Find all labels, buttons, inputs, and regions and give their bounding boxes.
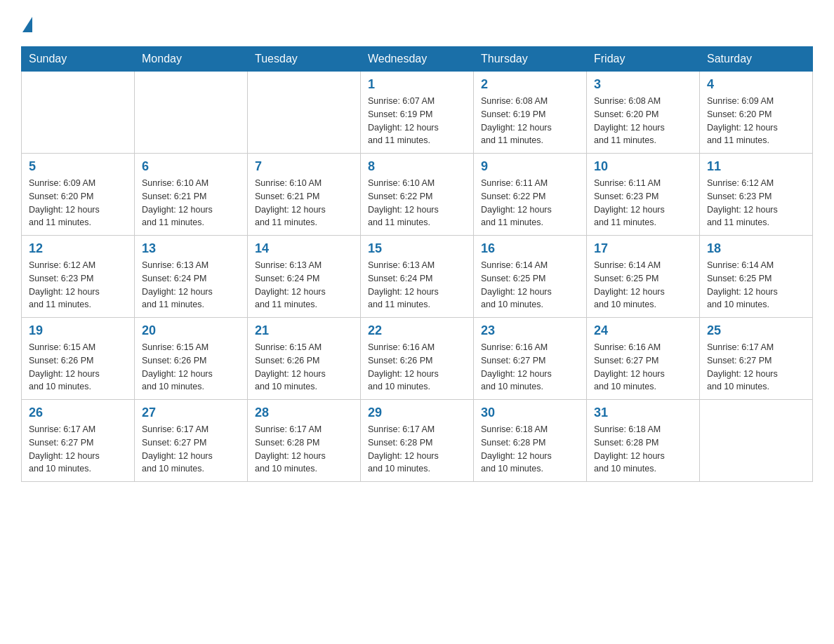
day-number: 15 bbox=[368, 241, 466, 256]
calendar-header: SundayMondayTuesdayWednesdayThursdayFrid… bbox=[22, 47, 813, 72]
day-info: Sunrise: 6:10 AMSunset: 6:22 PMDaylight:… bbox=[368, 177, 466, 229]
day-info: Sunrise: 6:13 AMSunset: 6:24 PMDaylight:… bbox=[368, 259, 466, 311]
week-row-4: 19Sunrise: 6:15 AMSunset: 6:26 PMDayligh… bbox=[22, 318, 813, 400]
day-number: 6 bbox=[142, 159, 240, 174]
day-number: 29 bbox=[368, 405, 466, 420]
day-info: Sunrise: 6:14 AMSunset: 6:25 PMDaylight:… bbox=[481, 259, 579, 311]
day-info: Sunrise: 6:16 AMSunset: 6:26 PMDaylight:… bbox=[368, 341, 466, 394]
calendar-cell: 23Sunrise: 6:16 AMSunset: 6:27 PMDayligh… bbox=[474, 318, 587, 400]
calendar-cell: 14Sunrise: 6:13 AMSunset: 6:24 PMDayligh… bbox=[248, 236, 361, 318]
day-info: Sunrise: 6:16 AMSunset: 6:27 PMDaylight:… bbox=[594, 341, 692, 394]
day-info: Sunrise: 6:12 AMSunset: 6:23 PMDaylight:… bbox=[29, 259, 127, 311]
day-header-thursday: Thursday bbox=[474, 47, 587, 72]
calendar-cell: 21Sunrise: 6:15 AMSunset: 6:26 PMDayligh… bbox=[248, 318, 361, 400]
day-info: Sunrise: 6:14 AMSunset: 6:25 PMDaylight:… bbox=[707, 259, 805, 311]
day-info: Sunrise: 6:10 AMSunset: 6:21 PMDaylight:… bbox=[142, 177, 240, 229]
day-number: 26 bbox=[29, 405, 127, 420]
calendar-table: SundayMondayTuesdayWednesdayThursdayFrid… bbox=[21, 46, 813, 482]
day-header-wednesday: Wednesday bbox=[361, 47, 474, 72]
day-header-saturday: Saturday bbox=[700, 47, 813, 72]
days-of-week-row: SundayMondayTuesdayWednesdayThursdayFrid… bbox=[22, 47, 813, 72]
day-info: Sunrise: 6:08 AMSunset: 6:19 PMDaylight:… bbox=[481, 95, 579, 147]
day-number: 28 bbox=[255, 405, 353, 420]
day-info: Sunrise: 6:10 AMSunset: 6:21 PMDaylight:… bbox=[255, 177, 353, 229]
day-number: 3 bbox=[594, 77, 692, 92]
day-header-friday: Friday bbox=[587, 47, 700, 72]
day-number: 17 bbox=[594, 241, 692, 256]
day-number: 2 bbox=[481, 77, 579, 92]
calendar-cell: 10Sunrise: 6:11 AMSunset: 6:23 PMDayligh… bbox=[587, 154, 700, 236]
day-number: 19 bbox=[29, 323, 127, 338]
day-info: Sunrise: 6:14 AMSunset: 6:25 PMDaylight:… bbox=[594, 259, 692, 311]
logo-triangle-icon bbox=[22, 17, 32, 32]
calendar-cell: 1Sunrise: 6:07 AMSunset: 6:19 PMDaylight… bbox=[361, 72, 474, 154]
day-info: Sunrise: 6:15 AMSunset: 6:26 PMDaylight:… bbox=[142, 341, 240, 394]
calendar-cell: 25Sunrise: 6:17 AMSunset: 6:27 PMDayligh… bbox=[700, 318, 813, 400]
day-info: Sunrise: 6:07 AMSunset: 6:19 PMDaylight:… bbox=[368, 95, 466, 147]
day-number: 4 bbox=[707, 77, 805, 92]
calendar-cell: 7Sunrise: 6:10 AMSunset: 6:21 PMDaylight… bbox=[248, 154, 361, 236]
week-row-3: 12Sunrise: 6:12 AMSunset: 6:23 PMDayligh… bbox=[22, 236, 813, 318]
day-info: Sunrise: 6:18 AMSunset: 6:28 PMDaylight:… bbox=[481, 423, 579, 476]
calendar-cell: 24Sunrise: 6:16 AMSunset: 6:27 PMDayligh… bbox=[587, 318, 700, 400]
day-number: 8 bbox=[368, 159, 466, 174]
calendar-body: 1Sunrise: 6:07 AMSunset: 6:19 PMDaylight… bbox=[22, 72, 813, 482]
day-info: Sunrise: 6:09 AMSunset: 6:20 PMDaylight:… bbox=[29, 177, 127, 229]
day-number: 27 bbox=[142, 405, 240, 420]
day-number: 30 bbox=[481, 405, 579, 420]
calendar-cell: 16Sunrise: 6:14 AMSunset: 6:25 PMDayligh… bbox=[474, 236, 587, 318]
day-info: Sunrise: 6:17 AMSunset: 6:28 PMDaylight:… bbox=[368, 423, 466, 476]
calendar-cell: 28Sunrise: 6:17 AMSunset: 6:28 PMDayligh… bbox=[248, 400, 361, 482]
day-number: 7 bbox=[255, 159, 353, 174]
day-number: 31 bbox=[594, 405, 692, 420]
calendar-cell bbox=[135, 72, 248, 154]
calendar-cell: 31Sunrise: 6:18 AMSunset: 6:28 PMDayligh… bbox=[587, 400, 700, 482]
day-number: 16 bbox=[481, 241, 579, 256]
calendar-cell: 18Sunrise: 6:14 AMSunset: 6:25 PMDayligh… bbox=[700, 236, 813, 318]
calendar-cell: 27Sunrise: 6:17 AMSunset: 6:27 PMDayligh… bbox=[135, 400, 248, 482]
calendar-cell: 17Sunrise: 6:14 AMSunset: 6:25 PMDayligh… bbox=[587, 236, 700, 318]
day-info: Sunrise: 6:11 AMSunset: 6:23 PMDaylight:… bbox=[594, 177, 692, 229]
calendar-cell: 5Sunrise: 6:09 AMSunset: 6:20 PMDaylight… bbox=[22, 154, 135, 236]
day-number: 5 bbox=[29, 159, 127, 174]
calendar-cell bbox=[700, 400, 813, 482]
calendar-cell: 9Sunrise: 6:11 AMSunset: 6:22 PMDaylight… bbox=[474, 154, 587, 236]
day-header-sunday: Sunday bbox=[22, 47, 135, 72]
day-number: 11 bbox=[707, 159, 805, 174]
calendar-cell: 3Sunrise: 6:08 AMSunset: 6:20 PMDaylight… bbox=[587, 72, 700, 154]
day-number: 21 bbox=[255, 323, 353, 338]
calendar-cell: 26Sunrise: 6:17 AMSunset: 6:27 PMDayligh… bbox=[22, 400, 135, 482]
day-info: Sunrise: 6:11 AMSunset: 6:22 PMDaylight:… bbox=[481, 177, 579, 229]
day-number: 13 bbox=[142, 241, 240, 256]
calendar-cell: 6Sunrise: 6:10 AMSunset: 6:21 PMDaylight… bbox=[135, 154, 248, 236]
calendar-cell: 20Sunrise: 6:15 AMSunset: 6:26 PMDayligh… bbox=[135, 318, 248, 400]
day-info: Sunrise: 6:17 AMSunset: 6:27 PMDaylight:… bbox=[707, 341, 805, 394]
day-number: 9 bbox=[481, 159, 579, 174]
day-number: 22 bbox=[368, 323, 466, 338]
calendar-cell: 29Sunrise: 6:17 AMSunset: 6:28 PMDayligh… bbox=[361, 400, 474, 482]
day-info: Sunrise: 6:18 AMSunset: 6:28 PMDaylight:… bbox=[594, 423, 692, 476]
calendar-cell: 4Sunrise: 6:09 AMSunset: 6:20 PMDaylight… bbox=[700, 72, 813, 154]
week-row-2: 5Sunrise: 6:09 AMSunset: 6:20 PMDaylight… bbox=[22, 154, 813, 236]
day-header-tuesday: Tuesday bbox=[248, 47, 361, 72]
calendar-cell: 19Sunrise: 6:15 AMSunset: 6:26 PMDayligh… bbox=[22, 318, 135, 400]
page-header bbox=[21, 14, 813, 32]
week-row-5: 26Sunrise: 6:17 AMSunset: 6:27 PMDayligh… bbox=[22, 400, 813, 482]
day-header-monday: Monday bbox=[135, 47, 248, 72]
day-number: 25 bbox=[707, 323, 805, 338]
logo-top bbox=[21, 14, 34, 32]
calendar-cell: 15Sunrise: 6:13 AMSunset: 6:24 PMDayligh… bbox=[361, 236, 474, 318]
day-info: Sunrise: 6:16 AMSunset: 6:27 PMDaylight:… bbox=[481, 341, 579, 394]
day-info: Sunrise: 6:13 AMSunset: 6:24 PMDaylight:… bbox=[255, 259, 353, 311]
calendar-cell: 8Sunrise: 6:10 AMSunset: 6:22 PMDaylight… bbox=[361, 154, 474, 236]
calendar-cell: 22Sunrise: 6:16 AMSunset: 6:26 PMDayligh… bbox=[361, 318, 474, 400]
week-row-1: 1Sunrise: 6:07 AMSunset: 6:19 PMDaylight… bbox=[22, 72, 813, 154]
day-info: Sunrise: 6:09 AMSunset: 6:20 PMDaylight:… bbox=[707, 95, 805, 147]
calendar-cell: 2Sunrise: 6:08 AMSunset: 6:19 PMDaylight… bbox=[474, 72, 587, 154]
calendar-cell: 12Sunrise: 6:12 AMSunset: 6:23 PMDayligh… bbox=[22, 236, 135, 318]
day-info: Sunrise: 6:13 AMSunset: 6:24 PMDaylight:… bbox=[142, 259, 240, 311]
day-number: 24 bbox=[594, 323, 692, 338]
day-number: 23 bbox=[481, 323, 579, 338]
day-number: 1 bbox=[368, 77, 466, 92]
day-number: 14 bbox=[255, 241, 353, 256]
